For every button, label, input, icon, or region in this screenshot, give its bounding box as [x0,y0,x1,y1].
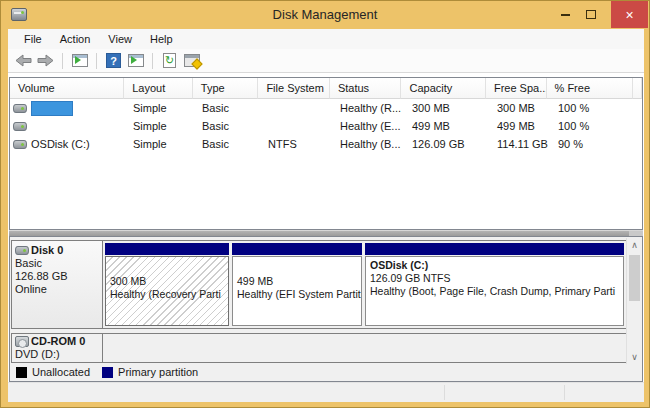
free-space-cell: 499 MB [489,117,550,135]
partition-status: Healthy (Boot, Page File, Crash Dump, Pr… [370,285,623,298]
partition-body: OSDisk (C:) 126.09 GB NTFS Healthy (Boot… [365,256,624,326]
partition-osdisk[interactable]: OSDisk (C:) 126.09 GB NTFS Healthy (Boot… [365,243,624,326]
column-header-volume[interactable]: Volume [10,78,124,99]
refresh-icon: ↻ [163,53,176,68]
partitions-area: 300 MB Healthy (Recovery Parti 499 MB He… [103,241,626,328]
volume-cell: OSDisk (C:) [10,135,125,153]
status-bar [8,382,644,402]
layout-cell: Simple [125,117,194,135]
capacity-cell: 300 MB [404,99,489,117]
column-header-filler [633,78,642,99]
free-space-cell: 114.11 GB [489,135,550,153]
partition-name: OSDisk (C:) [370,259,623,272]
table-row[interactable]: OSDisk (C:) Simple Basic NTFS Healthy (B… [10,135,642,153]
disk-management-window: Disk Management × File Action View Help [0,0,650,408]
disk-properties-button[interactable] [182,52,201,70]
column-header-capacity[interactable]: Capacity [401,78,485,99]
disk-icon [15,246,29,255]
volume-icon [13,122,27,131]
titlebar[interactable]: Disk Management × [1,1,649,29]
capacity-cell: 126.09 GB [404,135,489,153]
minimize-icon [561,14,570,16]
console-window-icon [128,54,144,67]
disk-graphic-pane: Disk 0 Basic 126.88 GB Online 300 MB Hea… [9,236,643,382]
cdrom0-label-panel[interactable]: CD-ROM 0 DVD (D:) [12,334,103,362]
cdrom-icon [15,336,29,347]
type-cell: Basic [194,99,260,117]
layout-cell: Simple [125,99,194,117]
column-header-type[interactable]: Type [193,78,259,99]
volume-cell [10,117,125,135]
show-console-tree-button[interactable] [70,52,89,70]
partition-body: 499 MB Healthy (EFI System Partit [232,256,362,326]
menu-view[interactable]: View [99,30,141,48]
menu-action[interactable]: Action [51,30,100,48]
volume-list-pane: Volume Layout Type File System Status Ca… [9,77,643,230]
cdrom0-name: CD-ROM 0 [31,335,85,348]
scroll-up-icon[interactable]: ∧ [627,238,642,252]
refresh-button[interactable]: ↻ [160,52,179,70]
volume-icon [13,104,27,113]
scrollbar-thumb[interactable] [629,255,640,301]
file-system-cell [260,117,332,135]
pct-free-cell: 100 % [550,99,637,117]
legend-label: Primary partition [118,366,198,378]
partition-body: 300 MB Healthy (Recovery Parti [105,256,229,326]
disk0-size: 126.88 GB [15,270,102,283]
legend-item-unallocated: Unallocated [16,366,90,378]
back-button[interactable] [14,52,33,70]
help-icon: ? [106,53,121,68]
status-cell: Healthy (B... [332,135,404,153]
type-cell: Basic [194,117,260,135]
file-system-cell [260,99,332,117]
disk0-status: Online [15,283,102,296]
help-button[interactable]: ? [104,52,123,70]
disk-properties-icon [184,54,200,67]
vertical-scrollbar[interactable]: ∧ ∨ [626,238,641,364]
unallocated-swatch [16,367,27,378]
statusbar-separator [444,385,445,400]
table-header: Volume Layout Type File System Status Ca… [10,78,642,99]
column-header-status[interactable]: Status [330,78,402,99]
volume-icon [13,140,27,149]
close-icon: × [625,7,633,23]
partition-color-bar [365,243,624,255]
toolbar-separator [62,53,63,69]
column-header-file-system[interactable]: File System [258,78,330,99]
toolbar-separator [152,53,153,69]
table-row[interactable]: Simple Basic Healthy (R... 300 MB 300 MB… [10,99,642,117]
maximize-button[interactable] [579,1,603,28]
minimize-button[interactable] [553,1,577,28]
partition-status: Healthy (EFI System Partit [237,288,361,301]
partition-color-bar [232,243,362,255]
menu-file[interactable]: File [15,30,51,48]
close-button[interactable]: × [611,1,648,28]
column-header-free-space[interactable]: Free Spa... [486,78,547,99]
disk0-name: Disk 0 [31,244,63,257]
toolbar-separator [96,53,97,69]
column-header-pct-free[interactable]: % Free [547,78,633,99]
disk0-label-panel[interactable]: Disk 0 Basic 126.88 GB Online [12,241,103,328]
cdrom0-media: DVD (D:) [15,348,102,361]
statusbar-separator [564,385,565,400]
back-arrow-icon [15,54,32,67]
scroll-down-icon[interactable]: ∨ [627,350,642,364]
legend: Unallocated Primary partition [16,365,198,379]
volume-name: OSDisk (C:) [31,135,90,153]
partition-recovery[interactable]: 300 MB Healthy (Recovery Parti [105,243,229,326]
client-area: File Action View Help ? [8,29,644,402]
partition-efi[interactable]: 499 MB Healthy (EFI System Partit [232,243,362,326]
volume-cell [10,99,125,117]
capacity-cell: 499 MB [404,117,489,135]
disk0-type: Basic [15,257,102,270]
primary-partition-swatch [102,367,113,378]
legend-label: Unallocated [32,366,90,378]
show-action-pane-button[interactable] [126,52,145,70]
pct-free-cell: 100 % [550,117,637,135]
layout-cell: Simple [125,135,194,153]
menu-help[interactable]: Help [141,30,182,48]
forward-button[interactable] [36,52,55,70]
column-header-layout[interactable]: Layout [124,78,193,99]
type-cell: Basic [194,135,260,153]
table-row[interactable]: Simple Basic Healthy (E... 499 MB 499 MB… [10,117,642,135]
